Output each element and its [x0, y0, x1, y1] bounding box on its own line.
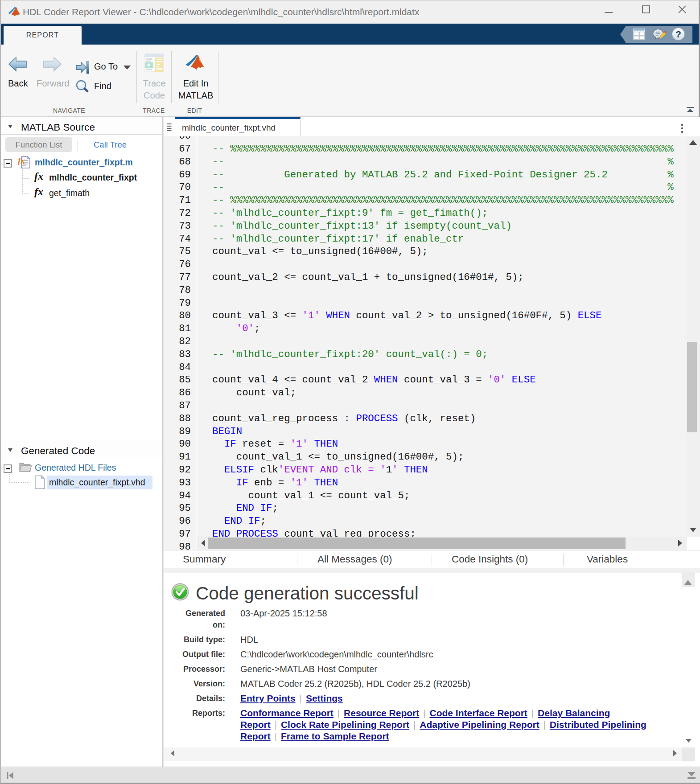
svg-text:fx: fx — [18, 156, 25, 165]
svg-text:?: ? — [675, 29, 681, 39]
